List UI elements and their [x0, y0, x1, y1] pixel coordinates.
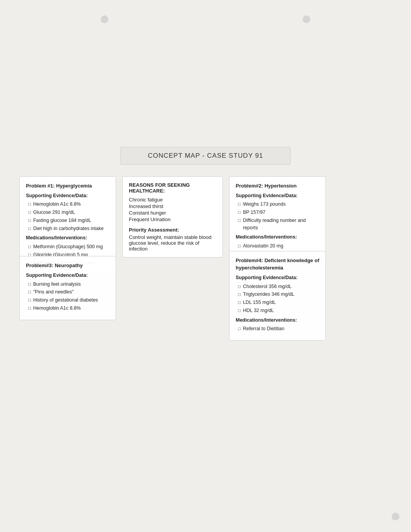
right-column: Problem#2: Hypertension Supporting Evide…: [229, 176, 326, 341]
problem4-evidence-title: Supporting Evidence/Data:: [236, 274, 319, 281]
problem2-evidence-list: Weighs 173 pounds BP 157/97 Difficulty r…: [236, 201, 319, 231]
list-item: BP 157/97: [237, 209, 319, 216]
deco-circle-left: [101, 15, 108, 23]
left-column: Problem #1: Hyperglycemia Supporting Evi…: [19, 176, 116, 320]
deco-circle-right: [303, 15, 310, 23]
problem3-evidence-list: Burning feet urinalysis "Pins and needle…: [26, 281, 110, 312]
problem1-evidence-list: Hemoglobin A1c 8.8% Glucose 291 mg/dL Fa…: [26, 201, 110, 232]
list-item: Metformin (Glucophage) 500 mg: [27, 243, 110, 251]
cards-area: Problem #1: Hyperglycemia Supporting Evi…: [8, 176, 403, 341]
list-item: Burning feet urinalysis: [27, 281, 110, 288]
priority-title: Priority Assessment:: [129, 227, 216, 233]
reason-item: Frequent Urination: [129, 217, 216, 222]
deco-top: [8, 15, 403, 23]
list-item: Referral to Dietitian: [237, 325, 319, 332]
problem1-evidence-title: Supporting Evidence/Data:: [26, 192, 110, 200]
priority-text: Control weight, maintain stable blood gl…: [129, 234, 216, 252]
problem4-medications-title: Medications/Interventions:: [236, 317, 319, 324]
reason-item: Constant hunger: [129, 210, 216, 216]
problem1-title: Problem #1: Hyperglycemia: [26, 182, 110, 190]
problem3-evidence-title: Supporting Evidence/Data:: [26, 272, 110, 279]
list-item: History of gestational diabetes: [27, 297, 110, 304]
list-item: Weighs 173 pounds: [237, 201, 319, 208]
problem4-medications-list: Referral to Dietitian: [236, 325, 319, 332]
problem4-evidence-list: Cholesterol 356 mg/dL Triglycerides 346 …: [236, 283, 319, 314]
list-item: LDL 155 mg/dL: [237, 299, 319, 306]
list-item: Atorvastatin 20 mg: [237, 242, 319, 250]
list-item: Fasting glucose 184 mg/dL: [27, 217, 110, 224]
list-item: Glucose 291 mg/dL: [27, 209, 110, 216]
reason-item: Increased thirst: [129, 203, 216, 209]
list-item: "Pins and needles": [27, 288, 110, 296]
problem2-card: Problem#2: Hypertension Supporting Evide…: [229, 176, 326, 258]
list-item: HDL 32 mg/dL: [237, 307, 319, 314]
reasons-title: REASONS FOR SEEKING HEALTHCARE:: [129, 182, 216, 194]
problem3-title: Problem#3: Neuropathy: [26, 262, 110, 269]
list-item: Difficulty reading number and reports: [237, 217, 319, 232]
problem4-title: Problem#4: Deficient knowledge of hyperc…: [236, 257, 319, 272]
middle-column: REASONS FOR SEEKING HEALTHCARE: Chronic …: [122, 176, 223, 257]
page-wrapper: CONCEPT MAP - CASE STUDY 91 Problem #1: …: [0, 0, 411, 532]
reasons-card: REASONS FOR SEEKING HEALTHCARE: Chronic …: [122, 176, 223, 257]
list-item: Triglycerides 346 mg/dL: [237, 291, 319, 298]
reasons-list: Chronic fatigue Increased thirst Constan…: [129, 197, 216, 222]
title-text: CONCEPT MAP - CASE STUDY 91: [148, 152, 263, 159]
problem2-evidence-title: Supporting Evidence/Data:: [236, 192, 319, 200]
problem2-title: Problem#2: Hypertension: [236, 182, 319, 190]
problem1-medications-title: Medications/Interventions:: [26, 234, 110, 242]
list-item: Hemoglobin A1c 8.8%: [27, 201, 110, 208]
page-title: CONCEPT MAP - CASE STUDY 91: [120, 147, 291, 165]
problem2-medications-title: Medications/Interventions:: [236, 234, 319, 241]
problem4-card: Problem#4: Deficient knowledge of hyperc…: [229, 251, 326, 341]
problem2-medications-list: Atorvastatin 20 mg: [236, 242, 319, 250]
reason-item: Chronic fatigue: [129, 197, 216, 203]
problem3-card: Problem#3: Neuropathy Supporting Evidenc…: [19, 256, 116, 320]
deco-circle-br: [392, 513, 399, 520]
list-item: Diet high in carbohydrates intake: [27, 225, 110, 232]
list-item: Hemoglobin A1c 8.8%: [27, 305, 110, 312]
list-item: Cholesterol 356 mg/dL: [237, 283, 319, 290]
